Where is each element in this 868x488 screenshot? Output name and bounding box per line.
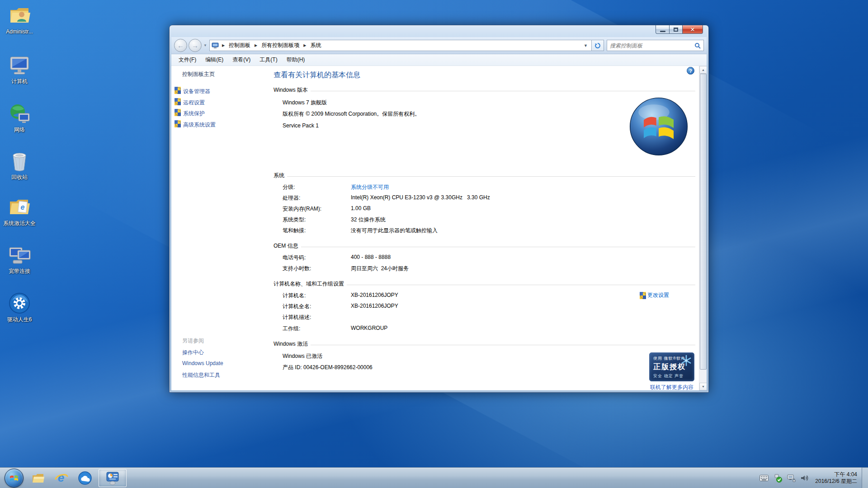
product-id: 产品 ID: 00426-OEM-8992662-00006 (283, 364, 373, 371)
service-pack: Service Pack 1 (283, 122, 319, 129)
close-button[interactable]: ✕ (683, 25, 703, 34)
row-label: 处理器: (283, 194, 351, 202)
driver-gear-icon (8, 291, 31, 315)
row-label: 分级: (283, 183, 351, 191)
uac-shield-icon (175, 87, 181, 94)
taskbar-clock[interactable]: 下午 4:04 2016/12/6 星期二 (815, 471, 857, 485)
window-body: 控制面板主页 设备管理器 远程设置 系统保护 高级系统设置 另请参阅 操作中心 … (171, 66, 707, 390)
sidebar-item-action-center[interactable]: 操作中心 (182, 349, 204, 357)
row-value: 400 - 888 - 8888 (351, 254, 391, 262)
menu-file[interactable]: 文件(F) (174, 55, 201, 65)
sidebar-item-device-manager[interactable]: 设备管理器 (183, 88, 210, 95)
search-box (607, 40, 704, 51)
breadcrumb: ▶ 控制面板 ▶ 所有控制面板项 ▶ 系统 (219, 41, 322, 50)
sidebar-see-also-header: 另请参阅 (182, 337, 204, 345)
taskbar-control-panel-button[interactable] (99, 469, 127, 487)
uac-shield-icon (175, 120, 181, 127)
info-row-computer-description: 计算机描述: (283, 314, 695, 321)
start-button[interactable] (5, 469, 24, 488)
scroll-up-button[interactable]: ▲ (699, 66, 707, 74)
vertical-scrollbar[interactable]: ▲ ▼ (699, 66, 707, 390)
internet-explorer-icon: e (54, 471, 69, 485)
windows-explorer-icon (31, 471, 45, 485)
safely-remove-hardware-icon[interactable] (772, 473, 783, 483)
page-title: 查看有关计算机的基本信息 (274, 70, 360, 80)
forward-icon: → (192, 42, 198, 49)
network-status-icon[interactable] (786, 473, 797, 483)
sidebar-item-advanced-settings[interactable]: 高级系统设置 (183, 121, 216, 129)
address-bar[interactable]: ▶ 控制面板 ▶ 所有控制面板项 ▶ 系统 ▼ (209, 40, 592, 51)
row-value: Intel(R) Xeon(R) CPU E3-1230 v3 @ 3.30GH… (351, 194, 490, 202)
window-controls: ✕ (656, 25, 703, 34)
taskbar: e (0, 467, 868, 488)
recent-pages-dropdown[interactable]: ▼ (203, 43, 207, 47)
maximize-button[interactable] (670, 25, 683, 34)
uac-shield-icon (175, 109, 181, 116)
desktop-icon-network[interactable]: 网络 (0, 102, 39, 133)
menu-view[interactable]: 查看(V) (228, 55, 255, 65)
sidebar-item-system-protection[interactable]: 系统保护 (183, 110, 205, 117)
desktop-icon-label: 网络 (0, 127, 39, 133)
desktop-icon-recycle-bin[interactable]: 回收站 (0, 149, 39, 180)
system-breadcrumb-icon (212, 42, 219, 49)
main-content: ? 查看有关计算机的基本信息 Windows 版本 Windows 7 旗舰版 … (264, 66, 699, 390)
user-folder-icon (8, 4, 31, 27)
desktop-icon-computer[interactable]: 计算机 (0, 53, 39, 84)
menu-tools[interactable]: 工具(T) (255, 55, 282, 65)
section-header-label: 系统 (274, 172, 284, 179)
address-dropdown-icon[interactable]: ▼ (582, 43, 590, 48)
breadcrumb-system[interactable]: 系统 (309, 41, 322, 50)
folder-ie-icon: e (8, 195, 31, 219)
question-mark-icon: ? (689, 68, 692, 74)
back-button[interactable]: ← (174, 39, 187, 52)
input-method-keyboard-icon[interactable] (759, 473, 769, 483)
minimize-button[interactable] (656, 25, 670, 34)
sidebar-item-remote-settings[interactable]: 远程设置 (183, 99, 205, 107)
sidebar-item-windows-update[interactable]: Windows Update (182, 360, 223, 366)
desktop-icon-broadband[interactable]: 宽带连接 (0, 243, 39, 274)
help-button[interactable]: ? (687, 67, 694, 75)
section-header-label: OEM 信息 (274, 242, 298, 250)
learn-more-link[interactable]: 联机了解更多内容 (649, 384, 694, 390)
row-value: 没有可用于此显示器的笔或触控输入 (351, 227, 438, 235)
row-label: 计算机描述: (283, 314, 351, 321)
scrollbar-thumb[interactable] (700, 74, 707, 370)
section-header-label: 计算机名称、域和工作组设置 (274, 280, 344, 288)
genuine-spark-icon (680, 355, 692, 366)
section-system: 系统 (274, 172, 695, 179)
desktop-icon-administrator[interactable]: Administr... (0, 4, 39, 35)
taskbar-explorer-button[interactable] (26, 468, 50, 488)
breadcrumb-control-panel[interactable]: 控制面板 (228, 41, 251, 50)
menu-help[interactable]: 帮助(H) (282, 55, 310, 65)
volume-icon[interactable] (799, 473, 810, 483)
refresh-button[interactable] (592, 40, 604, 51)
system-rating-link[interactable]: 系统分级不可用 (351, 183, 389, 191)
copyright-text: 版权所有 © 2009 Microsoft Corporation。保留所有权利… (283, 110, 420, 118)
taskbar-ie-button[interactable]: e (50, 468, 73, 488)
info-row-phone: 电话号码: 400 - 888 - 8888 (283, 254, 695, 262)
minimize-icon (660, 31, 665, 32)
clock-time: 下午 4:04 (815, 471, 857, 478)
row-label: 电话号码: (283, 254, 351, 262)
info-row-rating: 分级: 系统分级不可用 (283, 183, 695, 191)
forward-button[interactable]: → (189, 39, 202, 52)
svg-text:e: e (58, 471, 64, 484)
sidebar-item-control-panel-home[interactable]: 控制面板主页 (182, 70, 215, 78)
broadband-icon (8, 243, 31, 267)
desktop-icon-driver-genius[interactable]: 驱动人生6 (0, 291, 39, 323)
search-icon[interactable] (694, 42, 701, 49)
sidebar-item-performance-tools[interactable]: 性能信息和工具 (182, 371, 220, 379)
taskbar-browser-button[interactable] (73, 468, 97, 488)
arrow-down-icon: ▼ (702, 385, 705, 388)
section-divider (301, 247, 695, 247)
info-row-computer-name: 计算机名: XB-20161206JOPY (283, 292, 695, 300)
windows-flag-icon (9, 473, 19, 483)
breadcrumb-all-items[interactable]: 所有控制面板项 (260, 41, 300, 50)
menu-edit[interactable]: 编辑(E) (201, 55, 228, 65)
search-input[interactable] (610, 42, 694, 49)
scroll-down-button[interactable]: ▼ (699, 383, 707, 390)
show-desktop-button[interactable] (862, 468, 868, 488)
desktop-icon-activation-folder[interactable]: e 系统激活大全 (0, 195, 39, 226)
section-divider (287, 176, 695, 177)
genuine-software-badge[interactable]: 使用 微软®软件 正版授权 安全 稳定 声誉 (649, 352, 694, 381)
